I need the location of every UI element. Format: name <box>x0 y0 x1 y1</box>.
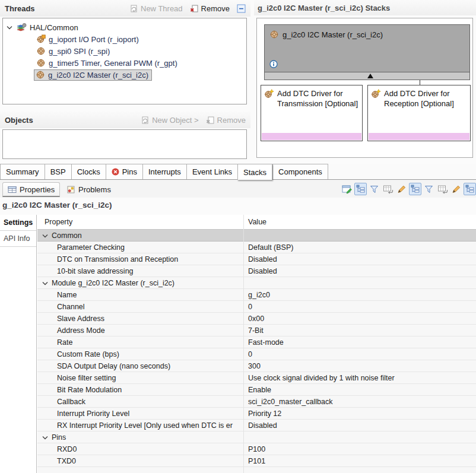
table-row[interactable]: TXD0P101 <box>37 455 476 467</box>
tab-properties[interactable]: Properties <box>2 182 60 197</box>
table-row[interactable]: RXD0P100 <box>37 443 476 455</box>
table-row[interactable]: SDA Output Delay (nano seconds)300 <box>37 360 476 372</box>
remove-thread-button[interactable]: Remove <box>190 4 230 13</box>
expander-chevron-icon[interactable] <box>7 26 12 30</box>
settings-sidebar: SettingsAPI Info <box>0 215 37 473</box>
table-row[interactable]: Slave Address0x00 <box>37 313 476 325</box>
table-row[interactable]: Channel0 <box>37 301 476 313</box>
table-group-row[interactable]: Pins <box>37 431 476 443</box>
tree-item-g-ioport[interactable]: g_ioport I/O Port (r_ioport) <box>3 33 246 45</box>
restore-defaults-icon[interactable] <box>382 183 394 195</box>
value-cell[interactable] <box>248 277 476 289</box>
stack-module-box[interactable]: g_i2c0 I2C Master (r_sci_i2c) <box>264 24 470 72</box>
show-tree-icon-3[interactable] <box>464 183 476 195</box>
property-cell: Pins <box>37 431 243 443</box>
property-cell: TXD0 <box>37 455 243 467</box>
table-group-row[interactable]: Module g_i2c0 I2C Master (r_sci_i2c) <box>37 277 476 289</box>
value-cell[interactable]: Disabled <box>248 253 476 265</box>
properties-view: SettingsAPI Info Property Value CommonPa… <box>0 215 476 473</box>
objects-title: Objects <box>0 116 33 125</box>
sidebar-tab-settings[interactable]: Settings <box>0 215 36 231</box>
table-row[interactable]: 10-bit slave addressingDisabled <box>37 265 476 277</box>
table-row[interactable] <box>37 467 476 473</box>
new-thread-button[interactable]: New Thread <box>129 4 183 13</box>
selected-tree-item[interactable]: g_i2c0 I2C Master (r_sci_i2c) <box>34 69 152 81</box>
add-dtc-transmission-box[interactable]: Add DTC Driver for Transmission [Optiona… <box>261 85 363 141</box>
value-cell[interactable]: 0 <box>248 301 476 313</box>
table-row[interactable]: Address Mode7-Bit <box>37 325 476 337</box>
value-cell[interactable]: Priority 12 <box>248 408 476 420</box>
table-row[interactable]: Parameter CheckingDefault (BSP) <box>37 242 476 253</box>
threads-tree[interactable]: HAL/Commong_ioport I/O Port (r_ioport)g_… <box>2 18 247 104</box>
value-cell[interactable]: Enable <box>248 384 476 396</box>
tab-event-links[interactable]: Event Links <box>186 164 237 179</box>
tree-item-hal-common[interactable]: HAL/Common <box>3 21 246 33</box>
collapse-all-icon[interactable] <box>237 4 246 13</box>
table-row[interactable]: DTC on Transmission and ReceptionDisable… <box>37 253 476 265</box>
value-cell[interactable] <box>248 230 476 242</box>
tab-summary[interactable]: Summary <box>0 164 45 179</box>
value-cell[interactable] <box>248 467 476 473</box>
tab-pins[interactable]: Pins <box>106 164 142 179</box>
table-row[interactable]: Interrupt Priority LevelPriority 12 <box>37 408 476 420</box>
view-tab-bar: Properties Problems <box>0 180 476 198</box>
tab-components[interactable]: Components <box>272 164 328 179</box>
table-row[interactable]: Bit Rate ModulationEnable <box>37 384 476 396</box>
value-cell[interactable]: P101 <box>248 455 476 467</box>
value-cell[interactable]: 0x00 <box>248 313 476 325</box>
value-cell[interactable] <box>248 431 476 443</box>
edit-icon-2[interactable] <box>450 183 462 195</box>
show-tree-icon-2[interactable] <box>409 183 421 195</box>
tree-item-g-spi0[interactable]: g_spi0 SPI (r_spi) <box>3 45 246 57</box>
value-cell[interactable]: 0 <box>248 348 476 360</box>
tab-interrupts[interactable]: Interrupts <box>142 164 186 179</box>
value-cell[interactable]: Disabled <box>248 265 476 277</box>
add-dtc-reception-box[interactable]: Add DTC Driver for Reception [Optional] <box>367 85 471 141</box>
value-cell[interactable]: Disabled <box>248 420 476 431</box>
table-row[interactable]: Nameg_i2c0 <box>37 289 476 301</box>
group-chevron-icon[interactable] <box>42 234 48 238</box>
objects-list[interactable] <box>2 129 247 159</box>
tree-item-g-i2c0[interactable]: g_i2c0 I2C Master (r_sci_i2c) <box>3 69 246 81</box>
tab-problems[interactable]: Problems <box>62 182 116 197</box>
group-chevron-icon[interactable] <box>42 281 48 285</box>
remove-object-button[interactable]: Remove <box>206 116 246 125</box>
table-row[interactable]: Custom Rate (bps)0 <box>37 348 476 360</box>
tab-bsp[interactable]: BSP <box>45 164 71 179</box>
filter-icon-2[interactable] <box>423 183 435 195</box>
tree-item-g-timer5[interactable]: g_timer5 Timer, General PWM (r_gpt) <box>3 57 246 69</box>
edit-icon[interactable] <box>395 183 408 195</box>
new-object-button[interactable]: New Object > <box>141 116 198 125</box>
table-row[interactable]: Callbacksci_i2c0_master_callback <box>37 396 476 408</box>
value-cell[interactable]: sci_i2c0_master_callback <box>248 396 476 408</box>
restore-defaults-icon-2[interactable] <box>436 183 449 195</box>
show-tree-icon[interactable] <box>354 183 367 195</box>
property-cell: Channel <box>37 301 243 313</box>
property-cell: RXD0 <box>37 443 243 455</box>
info-icon[interactable] <box>269 60 278 68</box>
stack-expander-strip[interactable] <box>264 72 470 80</box>
value-cell[interactable]: Use clock signal divided by 1 with noise… <box>248 372 476 384</box>
value-cell[interactable]: P100 <box>248 443 476 455</box>
optional-stack-strip <box>369 133 469 140</box>
group-chevron-icon[interactable] <box>42 436 48 440</box>
tab-clocks[interactable]: Clocks <box>71 164 106 179</box>
value-cell[interactable]: 7-Bit <box>248 325 476 337</box>
table-row[interactable]: RateFast-mode <box>37 337 476 348</box>
filter-icon[interactable] <box>368 183 380 195</box>
stacks-pane-title: g_i2c0 I2C Master (r_sci_i2c) Stacks <box>254 0 476 15</box>
table-row[interactable]: Noise filter settingUse clock signal div… <box>37 372 476 384</box>
customize-view-icon[interactable] <box>341 183 353 195</box>
value-cell[interactable]: g_i2c0 <box>248 289 476 301</box>
value-cell[interactable]: Fast-mode <box>248 337 476 348</box>
sidebar-tab-api-info[interactable]: API Info <box>0 231 36 247</box>
new-object-icon <box>141 116 150 125</box>
value-cell[interactable]: 300 <box>248 360 476 372</box>
property-table: Property Value CommonParameter CheckingD… <box>37 215 476 473</box>
value-cell[interactable]: Default (BSP) <box>248 242 476 253</box>
table-row[interactable]: RX Interrupt Priority Level [Only used w… <box>37 420 476 431</box>
tab-stacks[interactable]: Stacks <box>237 164 272 180</box>
threads-panel-header: Threads New Thread Remove <box>0 0 250 17</box>
module-chip-icon <box>36 34 46 44</box>
table-group-row[interactable]: Common <box>37 230 476 242</box>
